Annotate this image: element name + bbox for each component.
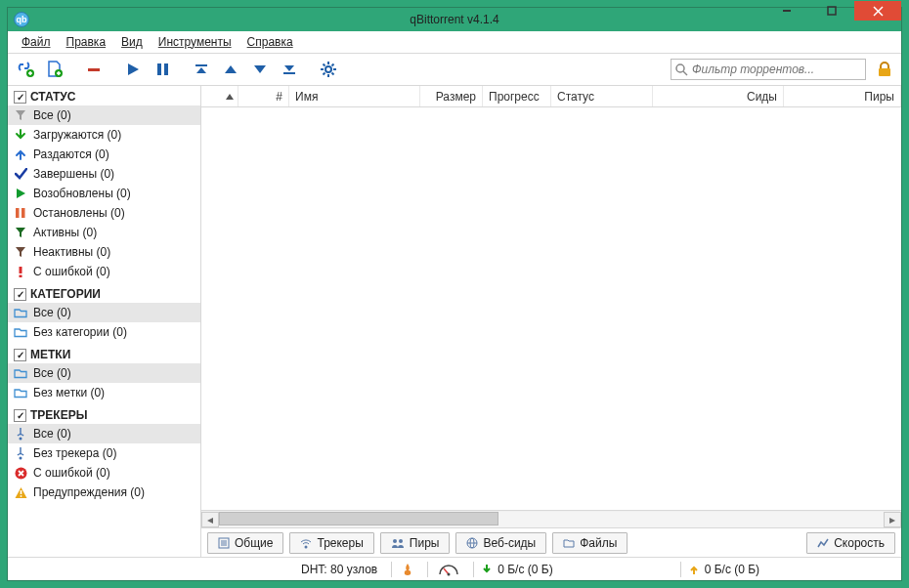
folder-icon: [14, 386, 27, 399]
sidebar-item-status-4[interactable]: Возобновлены (0): [8, 184, 200, 203]
status-down[interactable]: 0 Б/с (0 Б): [482, 563, 552, 576]
sidebar-item-status-2[interactable]: Раздаются (0): [8, 145, 200, 164]
statusbar: DHT: 80 узлов 0 Б/с (0 Б) 0 Б/с (0 Б): [8, 557, 901, 580]
settings-button[interactable]: [315, 56, 342, 83]
move-top-button[interactable]: [188, 56, 215, 83]
sidebar-item-label: Все (0): [33, 365, 71, 381]
checkbox-icon[interactable]: ✓: [14, 91, 26, 104]
search-box[interactable]: [671, 59, 866, 80]
search-input[interactable]: [692, 63, 861, 76]
tab-files[interactable]: Файлы: [552, 532, 628, 554]
tab-general[interactable]: Общие: [207, 532, 283, 554]
resume-button[interactable]: [119, 56, 147, 83]
sidebar-item-status-0[interactable]: Все (0): [8, 105, 200, 125]
add-file-button[interactable]: [41, 56, 68, 83]
scroll-thumb[interactable]: [219, 512, 498, 525]
tab-peers[interactable]: Пиры: [380, 532, 451, 554]
tab-trackers[interactable]: Трекеры: [289, 532, 373, 554]
svg-point-39: [393, 539, 397, 543]
col-seeds[interactable]: Сиды: [653, 86, 784, 106]
grid-body[interactable]: [201, 107, 901, 510]
menu-view[interactable]: Вид: [113, 33, 151, 51]
flame-icon[interactable]: [402, 563, 413, 576]
close-button[interactable]: [854, 1, 901, 21]
minimize-button[interactable]: [764, 1, 809, 21]
status-up[interactable]: 0 Б/с (0 Б): [689, 563, 759, 576]
chart-icon: [817, 537, 829, 549]
titlebar[interactable]: qb qBittorrent v4.1.4: [8, 8, 901, 31]
sidebar-item-status-1[interactable]: Загружаются (0): [8, 125, 200, 145]
folder-icon: [563, 537, 575, 549]
svg-rect-33: [20, 495, 22, 497]
svg-point-20: [676, 64, 684, 72]
sidebar-item-categories-0[interactable]: Все (0): [8, 303, 200, 322]
svg-rect-25: [20, 267, 22, 273]
move-down-button[interactable]: [246, 56, 274, 83]
sidebar-header-status[interactable]: ✓СТАТУС: [8, 88, 200, 105]
col-status[interactable]: Статус: [551, 86, 653, 106]
col-progress[interactable]: Прогресс: [483, 86, 551, 106]
maximize-button[interactable]: [809, 1, 854, 21]
sidebar-item-labels-0[interactable]: Все (0): [8, 363, 200, 383]
folder-icon: [14, 306, 27, 319]
tracker-icon: [14, 427, 27, 441]
svg-rect-24: [22, 208, 25, 218]
tracker-icon: [300, 537, 312, 549]
folder-icon: [14, 325, 27, 339]
funnel-icon: [14, 108, 27, 122]
svg-point-29: [20, 457, 22, 460]
checkbox-icon[interactable]: ✓: [14, 349, 26, 361]
sidebar-item-categories-1[interactable]: Без категории (0): [8, 322, 200, 342]
funnel-icon: [14, 245, 27, 259]
menu-edit[interactable]: Правка: [59, 33, 114, 51]
svg-line-17: [332, 73, 334, 75]
peers-icon: [391, 537, 405, 549]
main-panel: # Имя Размер Прогресс Статус Сиды Пиры ◂…: [201, 86, 901, 557]
sidebar-item-status-7[interactable]: Неактивны (0): [8, 242, 200, 262]
status-dht[interactable]: DHT: 80 узлов: [301, 563, 377, 576]
col-size[interactable]: Размер: [420, 86, 483, 106]
svg-point-40: [399, 539, 403, 543]
menu-file[interactable]: Файл: [14, 33, 59, 51]
tab-speed[interactable]: Скорость: [806, 532, 895, 554]
gauge-icon[interactable]: [438, 563, 459, 576]
tab-webseeds[interactable]: Веб-сиды: [455, 532, 546, 554]
remove-button[interactable]: [80, 56, 108, 83]
svg-point-27: [20, 438, 22, 441]
bottom-tabs: Общие Трекеры Пиры Веб-сиды Файлы Скорос…: [201, 527, 901, 557]
sidebar-header-categories[interactable]: ✓КАТЕГОРИИ: [8, 285, 200, 303]
move-bottom-button[interactable]: [276, 56, 303, 83]
sidebar-item-trackers-0[interactable]: Все (0): [8, 424, 200, 443]
scroll-right[interactable]: ▸: [884, 512, 901, 527]
sidebar-header-labels[interactable]: ✓МЕТКИ: [8, 346, 200, 363]
lock-button[interactable]: [872, 57, 897, 82]
sidebar-item-label: Без категории (0): [33, 324, 127, 340]
sidebar-item-trackers-3[interactable]: Предупреждения (0): [8, 483, 200, 502]
col-peers[interactable]: Пиры: [784, 86, 901, 106]
pause-button[interactable]: [149, 56, 176, 83]
scroll-track[interactable]: [219, 512, 884, 527]
sidebar-item-trackers-1[interactable]: Без трекера (0): [8, 443, 200, 463]
sidebar-item-label: Завершены (0): [33, 166, 114, 182]
tracker-icon: [14, 446, 27, 460]
sidebar-item-status-8[interactable]: С ошибкой (0): [8, 262, 200, 281]
sidebar-item-labels-1[interactable]: Без метки (0): [8, 383, 200, 402]
horizontal-scrollbar[interactable]: ◂ ▸: [201, 510, 901, 527]
sidebar: ✓СТАТУСВсе (0)Загружаются (0)Раздаются (…: [8, 86, 201, 557]
sidebar-header-trackers[interactable]: ✓ТРЕКЕРЫ: [8, 406, 200, 424]
svg-line-19: [332, 64, 334, 66]
menu-help[interactable]: Справка: [239, 33, 301, 51]
checkbox-icon[interactable]: ✓: [14, 409, 26, 422]
sidebar-item-status-6[interactable]: Активны (0): [8, 223, 200, 242]
sidebar-item-trackers-2[interactable]: С ошибкой (0): [8, 463, 200, 483]
col-name[interactable]: Имя: [289, 86, 420, 106]
col-sort[interactable]: [201, 86, 238, 106]
scroll-left[interactable]: ◂: [201, 512, 219, 527]
move-up-button[interactable]: [217, 56, 244, 83]
checkbox-icon[interactable]: ✓: [14, 288, 26, 301]
col-num[interactable]: #: [238, 86, 289, 106]
sidebar-item-status-5[interactable]: Остановлены (0): [8, 203, 200, 223]
add-link-button[interactable]: [12, 56, 39, 83]
sidebar-item-status-3[interactable]: Завершены (0): [8, 164, 200, 184]
menu-tools[interactable]: Инструменты: [151, 33, 239, 51]
